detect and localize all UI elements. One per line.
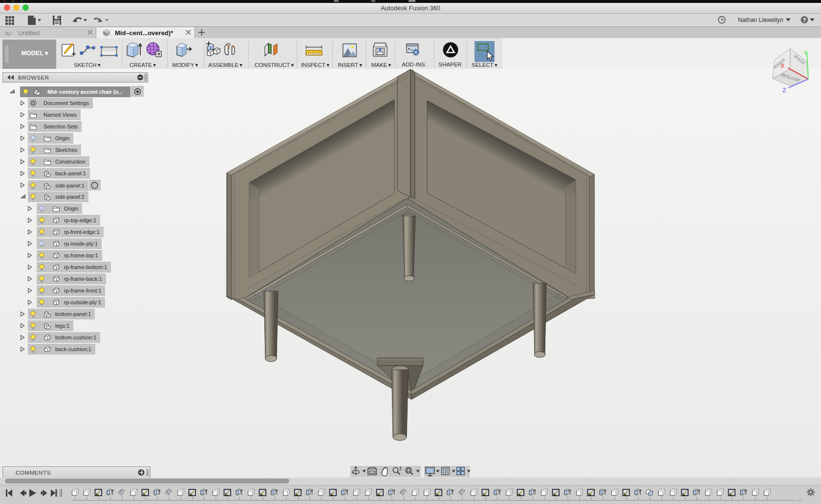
svg-text:Y: Y <box>803 49 808 57</box>
svg-text:?: ? <box>803 17 806 23</box>
svg-text:X: X <box>780 62 785 69</box>
svg-text:...: ... <box>797 495 802 503</box>
svg-text:Z: Z <box>782 86 786 94</box>
